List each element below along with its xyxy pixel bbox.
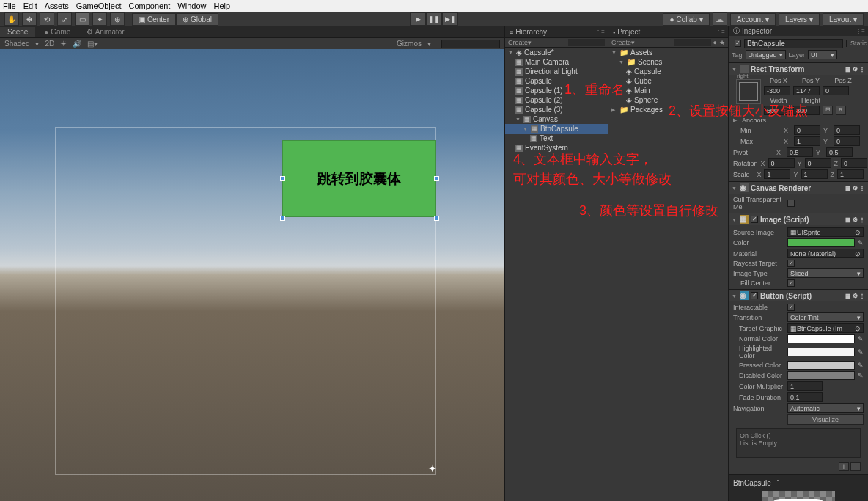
asset-cube[interactable]: ◈ Cube bbox=[608, 76, 728, 86]
hierarchy-create[interactable]: Create bbox=[508, 39, 528, 46]
pivot-center[interactable]: ▣Center bbox=[132, 13, 176, 26]
scene-viewport[interactable]: 跳转到胶囊体 ✦ bbox=[0, 49, 504, 501]
static-checkbox[interactable] bbox=[846, 40, 847, 47]
project-create[interactable]: Create bbox=[611, 39, 631, 46]
width-field[interactable] bbox=[764, 106, 790, 115]
scale-tool[interactable]: ⤢ bbox=[57, 12, 72, 26]
assets-folder[interactable]: ▼📁 Assets bbox=[608, 48, 728, 57]
collab-dropdown[interactable]: ● Collab ▾ bbox=[663, 13, 709, 26]
handle-br[interactable] bbox=[280, 216, 285, 221]
light-icon[interactable]: ☀ bbox=[60, 40, 67, 48]
posz-field[interactable] bbox=[823, 86, 849, 95]
scenes-folder[interactable]: ▼📁 Scenes bbox=[608, 57, 728, 67]
move-tool[interactable]: ✥ bbox=[22, 12, 37, 26]
add-event[interactable]: + bbox=[839, 462, 849, 471]
canvas-renderer-component: ▼◉Canvas Renderer▦ ⚙ ⋮ Cull Transparent … bbox=[729, 181, 868, 213]
static-label: Static bbox=[850, 40, 867, 47]
gizmos-dropdown[interactable]: Gizmos bbox=[397, 40, 422, 48]
menu-assets[interactable]: Assets bbox=[45, 1, 69, 10]
layout-dropdown[interactable]: Layout ▾ bbox=[823, 13, 864, 26]
canvas-obj[interactable]: ▼▦Canvas bbox=[505, 114, 608, 124]
play-button[interactable]: ▶ bbox=[410, 12, 426, 26]
capsule-1[interactable]: ▦Capsule (1) bbox=[505, 86, 608, 95]
ui-button-preview[interactable]: 跳转到胶囊体 bbox=[282, 140, 436, 217]
menu-gameobject[interactable]: GameObject bbox=[76, 1, 122, 10]
menu-help[interactable]: Help bbox=[213, 1, 230, 10]
handle-bl[interactable] bbox=[434, 216, 439, 221]
asset-capsule[interactable]: ◈ Capsule bbox=[608, 67, 728, 76]
2d-toggle[interactable]: 2D bbox=[45, 40, 54, 48]
image-component: ▼▦Image (Script)▦ ⚙ ⋮ Source Image▦UISpr… bbox=[729, 213, 868, 289]
layer-label: Layer bbox=[789, 51, 806, 59]
scene-item[interactable]: ▼◈ Capsule* bbox=[505, 48, 608, 57]
menu-file[interactable]: File bbox=[3, 1, 16, 10]
rotate-tool[interactable]: ⟲ bbox=[40, 12, 54, 26]
button-icon: ◉ bbox=[740, 291, 749, 300]
transform-tool[interactable]: ✦ bbox=[92, 12, 107, 26]
layers-dropdown[interactable]: Layers ▾ bbox=[779, 13, 820, 26]
account-dropdown[interactable]: Account ▾ bbox=[730, 13, 776, 26]
layer-dropdown[interactable]: UI▾ bbox=[808, 50, 837, 59]
remove-event[interactable]: − bbox=[850, 462, 861, 471]
project-search[interactable] bbox=[674, 39, 711, 46]
text-obj[interactable]: ▦Text bbox=[505, 134, 608, 143]
capsule-obj[interactable]: ▦Capsule bbox=[505, 76, 608, 86]
move-gizmo-icon: ✦ bbox=[428, 463, 437, 475]
menu-bar[interactable]: File Edit Assets GameObject Component Wi… bbox=[0, 0, 868, 12]
menu-edit[interactable]: Edit bbox=[23, 1, 37, 10]
capsule-2[interactable]: ▦Capsule (2) bbox=[505, 95, 608, 105]
tab-game[interactable]: ● Game bbox=[37, 27, 78, 37]
hand-tool[interactable]: ✋ bbox=[4, 12, 19, 26]
button-component: ▼◉Button (Script)▦ ⚙ ⋮ Interactable Tran… bbox=[729, 289, 868, 474]
anchor-preset[interactable]: right bbox=[736, 79, 761, 104]
project-header[interactable]: ▪Project⋮≡ bbox=[608, 26, 728, 37]
inspector-panel: ⓘInspector⋮≡ Static▾ Tag Untagged▾ Layer… bbox=[728, 26, 868, 501]
name-field[interactable] bbox=[744, 39, 843, 48]
tag-dropdown[interactable]: Untagged▾ bbox=[746, 50, 786, 59]
posy-field[interactable] bbox=[793, 86, 820, 95]
step-button[interactable]: ▶❚ bbox=[442, 12, 458, 26]
handle-tl[interactable] bbox=[280, 176, 285, 181]
height-field[interactable] bbox=[793, 106, 820, 115]
main-toolbar: ✋ ✥ ⟲ ⤢ ▭ ✦ ⊕ ▣Center ⊕Global ▶ ❚❚ ▶❚ ● … bbox=[0, 12, 868, 26]
eventsystem[interactable]: ▦EventSystem bbox=[505, 143, 608, 153]
scene-toolbar: Shaded▾ 2D ☀ 🔊 ▤▾ Gizmos▾ bbox=[0, 37, 504, 49]
fx-icon[interactable]: ▤▾ bbox=[87, 40, 98, 48]
audio-icon[interactable]: 🔊 bbox=[73, 40, 81, 48]
eyedropper-icon[interactable]: ✎ bbox=[858, 239, 864, 246]
rect-tool[interactable]: ▭ bbox=[75, 12, 89, 26]
ui-button-text: 跳转到胶囊体 bbox=[317, 169, 401, 189]
asset-main[interactable]: ◈ Main bbox=[608, 86, 728, 95]
scene-tabs: Scene ● Game ⚙ Animator bbox=[0, 26, 504, 37]
main-camera[interactable]: ▦Main Camera bbox=[505, 57, 608, 67]
menu-window[interactable]: Window bbox=[177, 1, 206, 10]
canvas-renderer-icon: ◉ bbox=[740, 183, 749, 192]
hierarchy-search[interactable] bbox=[568, 39, 605, 46]
pause-button[interactable]: ❚❚ bbox=[426, 12, 442, 26]
active-checkbox[interactable] bbox=[735, 40, 741, 47]
visualize-button[interactable]: Visualize bbox=[787, 414, 864, 425]
capsule-3[interactable]: ▦Capsule (3) bbox=[505, 105, 608, 114]
shading-mode[interactable]: Shaded bbox=[4, 40, 29, 48]
color-swatch[interactable] bbox=[787, 238, 855, 247]
rect-transform-component: ▼Rect Transform▦ ⚙ ⋮ right Pos XPos YPos… bbox=[729, 62, 868, 181]
pivot-global[interactable]: ⊕Global bbox=[176, 13, 218, 26]
directional-light[interactable]: ▦Directional Light bbox=[505, 67, 608, 76]
posx-field[interactable] bbox=[764, 86, 790, 95]
scene-search[interactable] bbox=[441, 40, 500, 48]
inspector-header[interactable]: ⓘInspector⋮≡ bbox=[729, 26, 868, 36]
hierarchy-header[interactable]: ≡Hierarchy⋮≡ bbox=[505, 26, 608, 37]
menu-component[interactable]: Component bbox=[128, 1, 170, 10]
project-panel: ▪Project⋮≡ Create ▾●★ ▼📁 Assets ▼📁 Scene… bbox=[608, 26, 728, 501]
handle-tr[interactable] bbox=[434, 176, 439, 181]
custom-tool[interactable]: ⊕ bbox=[110, 12, 125, 26]
preview-image bbox=[762, 491, 835, 501]
onclick-events[interactable]: On Click () List is Empty bbox=[736, 428, 861, 458]
cloud-button[interactable]: ☁ bbox=[713, 12, 727, 26]
tab-animator[interactable]: ⚙ Animator bbox=[79, 27, 131, 37]
image-icon: ▦ bbox=[740, 215, 749, 224]
packages-folder[interactable]: ▶📁 Packages bbox=[608, 105, 728, 114]
tab-scene[interactable]: Scene bbox=[0, 27, 35, 37]
asset-sphere[interactable]: ◈ Sphere bbox=[608, 95, 728, 105]
btn-capsule[interactable]: ▼▦BtnCapsule bbox=[505, 124, 608, 134]
